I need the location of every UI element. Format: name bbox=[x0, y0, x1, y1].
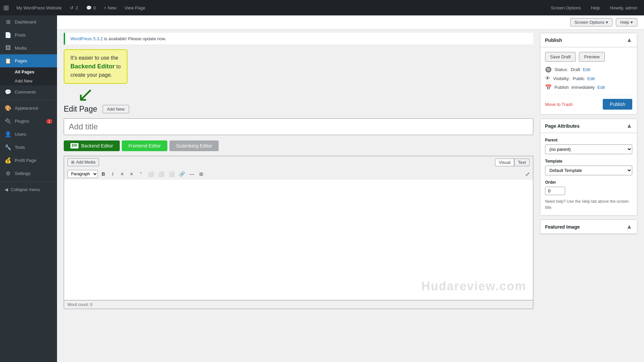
adminbar-comments[interactable]: 💬 0 bbox=[82, 0, 100, 15]
template-select[interactable]: Default Template bbox=[545, 166, 632, 175]
visibility-value: Public bbox=[573, 76, 584, 81]
edit-page-header: Edit Page Add New bbox=[64, 105, 533, 114]
sidebar-item-users[interactable]: 👤 Users bbox=[0, 128, 57, 141]
gutenberg-editor-label: Gutenberg Editor bbox=[176, 143, 212, 148]
ordered-list-button[interactable]: ≡ bbox=[127, 170, 136, 178]
submenu-all-pages[interactable]: All Pages bbox=[0, 67, 57, 76]
bold-button[interactable]: B bbox=[99, 170, 107, 178]
align-center-button[interactable]: ⬜ bbox=[157, 170, 166, 178]
wp-content: Screen Options ▾ Help ▾ WordPress 5.3.2 … bbox=[57, 15, 644, 362]
backend-editor-icon: PP bbox=[70, 143, 78, 148]
publish-info: 🔘 Status: Draft Edit 👁 Visibility: Publi… bbox=[545, 66, 632, 90]
blockquote-button[interactable]: " bbox=[137, 170, 145, 178]
callout-box: It's easier to use the Backend Editor to… bbox=[64, 49, 127, 84]
dashboard-icon: ⊞ bbox=[5, 19, 11, 25]
add-new-page-button[interactable]: Add New bbox=[103, 105, 129, 113]
featured-image-title: Featured Image bbox=[545, 224, 580, 230]
comments-menu-icon: 💬 bbox=[5, 89, 11, 95]
publish-timing-edit-link[interactable]: Edit bbox=[597, 85, 605, 90]
preview-button[interactable]: Preview bbox=[579, 52, 604, 62]
page-attributes-toggle-icon: ▲ bbox=[626, 122, 632, 129]
text-tab[interactable]: Text bbox=[514, 159, 530, 166]
visual-tab-label: Visual bbox=[499, 160, 511, 165]
screen-options-button[interactable]: Screen Options ▾ bbox=[570, 18, 613, 26]
sidebar-item-posts[interactable]: 📄 Posts bbox=[0, 28, 57, 42]
publish-meta-box-title: Publish bbox=[545, 38, 562, 43]
order-input[interactable] bbox=[545, 187, 565, 195]
callout-line3: create your page. bbox=[70, 72, 112, 78]
help-btn[interactable]: Help bbox=[588, 5, 603, 10]
align-right-button[interactable]: ⬜ bbox=[167, 170, 176, 178]
publish-meta-box-header[interactable]: Publish ▲ bbox=[540, 33, 637, 47]
sidebar-item-comments[interactable]: 💬 Comments bbox=[0, 85, 57, 99]
adminbar-revisions[interactable]: ↺ 2 bbox=[66, 0, 82, 15]
plugins-icon: 🔌 bbox=[5, 118, 11, 124]
parent-select[interactable]: (no parent) bbox=[545, 144, 632, 154]
backend-editor-tab[interactable]: PP Backend Editor bbox=[64, 140, 120, 151]
move-to-trash-link[interactable]: Move to Trash bbox=[545, 102, 573, 107]
grid-button[interactable]: ⊞ bbox=[197, 170, 205, 178]
visual-tab[interactable]: Visual bbox=[495, 159, 514, 166]
italic-button[interactable]: I bbox=[109, 170, 117, 178]
add-media-button[interactable]: ⊞ Add Media bbox=[67, 158, 99, 166]
pages-submenu: All Pages Add New bbox=[0, 67, 57, 85]
site-name-label: My WordPress Website bbox=[16, 5, 62, 10]
link-button[interactable]: 🔗 bbox=[177, 170, 186, 178]
sidebar-item-appearance-label: Appearance bbox=[15, 106, 52, 111]
order-label: Order bbox=[545, 180, 632, 185]
adminbar-site-name[interactable]: My WordPress Website bbox=[12, 0, 66, 15]
unordered-list-button[interactable]: ≡ bbox=[118, 170, 126, 178]
frontend-editor-tab[interactable]: Frontend Editor bbox=[122, 140, 168, 151]
publish-toggle-icon: ▲ bbox=[626, 37, 632, 44]
adminbar-right: Screen Options Help Howdy, admin bbox=[547, 5, 641, 10]
submenu-add-new[interactable]: Add New bbox=[0, 76, 57, 85]
comments-icon: 💬 bbox=[86, 5, 92, 10]
collapse-menu-btn[interactable]: ◀ Collapse menu bbox=[0, 183, 57, 196]
sidebar-item-profit-page[interactable]: 💰 Profit Page bbox=[0, 154, 57, 167]
admin-bar: ⊞ My WordPress Website ↺ 2 💬 0 + New Vie… bbox=[0, 0, 644, 15]
sidebar-item-appearance[interactable]: 🎨 Appearance bbox=[0, 102, 57, 115]
sidebar-item-plugins[interactable]: 🔌 Plugins 1 bbox=[0, 115, 57, 128]
publish-timing-value: immediately bbox=[572, 85, 595, 90]
help-button[interactable]: Help ▾ bbox=[616, 18, 637, 26]
editor-body[interactable]: Hudareview.com bbox=[64, 180, 533, 300]
sidebar-item-pages-label: Pages bbox=[15, 58, 52, 63]
update-version-link[interactable]: WordPress 5.3.2 bbox=[70, 36, 103, 41]
publish-footer: Move to Trash Publish bbox=[545, 95, 632, 110]
sidebar-item-dashboard[interactable]: ⊞ Dashboard bbox=[0, 15, 57, 28]
visibility-edit-link[interactable]: Edit bbox=[587, 76, 595, 81]
format-select[interactable]: Paragraph bbox=[67, 170, 98, 178]
screen-options-btn[interactable]: Screen Options bbox=[547, 5, 584, 10]
adminbar-new[interactable]: + New bbox=[100, 0, 120, 15]
visibility-label: Visibility: bbox=[553, 76, 570, 81]
profit-page-icon: 💰 bbox=[5, 157, 11, 164]
save-draft-button[interactable]: Save Draft bbox=[545, 52, 576, 62]
callout-arrow-icon: ↙ bbox=[77, 84, 533, 105]
wp-logo-icon[interactable]: ⊞ bbox=[3, 4, 9, 12]
status-edit-link[interactable]: Edit bbox=[583, 67, 590, 72]
sidebar-item-users-label: Users bbox=[15, 132, 52, 137]
tools-icon: 🔧 bbox=[5, 144, 11, 150]
gutenberg-editor-tab[interactable]: Gutenberg Editor bbox=[169, 140, 219, 151]
sidebar-item-pages[interactable]: 📋 Pages bbox=[0, 54, 57, 67]
sidebar-item-tools[interactable]: 🔧 Tools bbox=[0, 141, 57, 154]
all-pages-label: All Pages bbox=[15, 69, 35, 74]
sidebar-item-settings-label: Settings bbox=[15, 171, 52, 176]
page-title: Edit Page bbox=[64, 105, 97, 114]
featured-image-header[interactable]: Featured Image ▲ bbox=[540, 220, 637, 234]
more-button[interactable]: — bbox=[188, 170, 196, 178]
callout-line1: It's easier to use the bbox=[70, 55, 118, 61]
watermark: Hudareview.com bbox=[421, 279, 526, 293]
sidebar-item-media-label: Media bbox=[15, 46, 52, 51]
collapse-label: Collapse menu bbox=[11, 187, 40, 192]
align-left-button[interactable]: ⬜ bbox=[146, 170, 155, 178]
sidebar-item-media[interactable]: 🖼 Media bbox=[0, 42, 57, 54]
title-input[interactable] bbox=[64, 118, 533, 135]
page-attributes-header[interactable]: Page Attributes ▲ bbox=[540, 119, 637, 133]
expand-button[interactable]: ⤢ bbox=[525, 171, 530, 177]
sidebar-item-settings[interactable]: ⚙ Settings bbox=[0, 167, 57, 180]
adminbar-view-page[interactable]: View Page bbox=[120, 0, 149, 15]
publish-button[interactable]: Publish bbox=[603, 99, 632, 110]
pages-icon: 📋 bbox=[5, 58, 11, 64]
parent-label: Parent bbox=[545, 138, 632, 142]
